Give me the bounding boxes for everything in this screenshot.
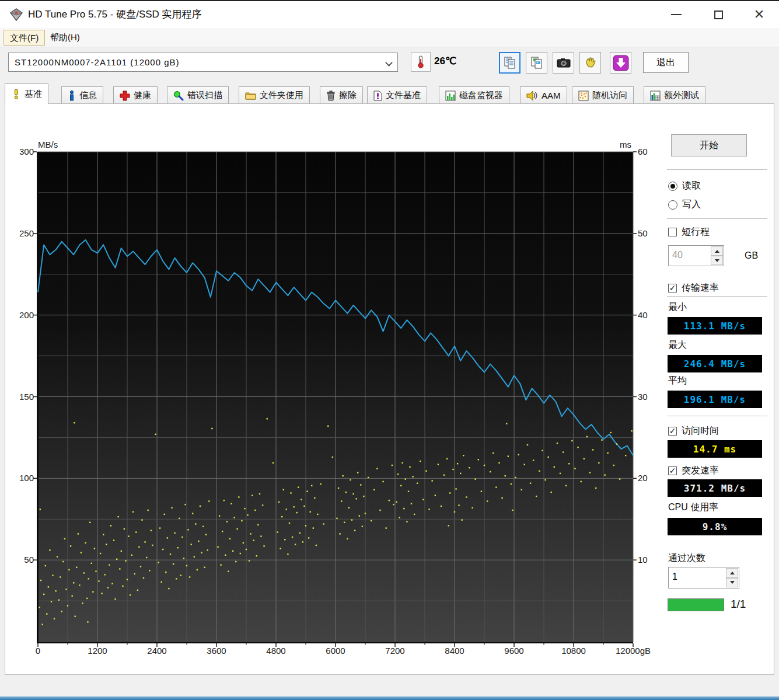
access-time-label: 访问时间 [682,425,719,437]
folder-icon [245,90,256,101]
menu-bar: 文件(F) 帮助(H) [0,28,779,47]
camera-icon [556,56,571,70]
app-icon [9,8,23,22]
axis-tick-label: 9600 [491,646,537,656]
tab-info[interactable]: 信息 [61,86,103,104]
axis-tick-label: 200 [7,310,34,320]
burst-rate-checkbox[interactable]: ✓ 突发速率 [668,465,719,477]
tab-error-scan[interactable]: 错误扫描 [167,86,229,104]
mode-read-label: 读取 [682,180,701,192]
stepper-up-button[interactable] [711,246,723,256]
axis-tick-label: 50 [638,228,648,238]
stepper-up-button[interactable] [726,568,738,578]
axis-tick-label: 3600 [193,646,240,656]
max-value-display: 246.4 MB/s [668,355,762,372]
axis-tick-label: 30 [638,392,648,402]
benchmark-chart [32,148,642,648]
magnifier-icon [173,90,184,101]
pass-count-value: 1 [672,572,677,582]
tab-disk-monitor[interactable]: 磁盘监视器 [439,86,509,104]
title-bar: HD Tune Pro 5.75 - 硬盘/SSD 实用程序 ✕ [0,1,779,28]
tab-label: AAM [542,90,561,100]
checkbox-checked-icon: ✓ [668,284,677,292]
donate-button[interactable] [579,52,601,74]
short-stroke-label: 短行程 [682,226,710,238]
pass-count-stepper[interactable]: 1 [668,567,739,588]
short-stroke-size-stepper[interactable]: 40 [668,245,724,266]
thermometer-icon [415,55,426,69]
mode-write-radio[interactable]: 写入 [668,198,701,211]
menu-help[interactable]: 帮助(H) [44,30,86,46]
axis-tick-label: 250 [7,228,34,238]
copy-image-button[interactable] [526,52,547,74]
exit-label: 退出 [656,57,675,69]
tab-file-benchmark[interactable]: 文件基准 [367,86,427,104]
tab-bar: 基准 信息 健康 错误扫描 文件夹使用 擦除 [0,83,779,104]
radio-selected-icon [668,182,677,191]
hd-tune-window: { "window": { "title": "HD Tune Pro 5.75… [0,0,779,700]
window-title: HD Tune Pro 5.75 - 硬盘/SSD 实用程序 [28,8,202,21]
exit-button[interactable]: 退出 [643,52,689,73]
tab-label: 健康 [134,90,151,101]
checkbox-checked-icon: ✓ [668,466,677,475]
tab-erase[interactable]: 擦除 [320,86,363,104]
burst-rate-display: 371.2 MB/s [668,479,762,497]
tab-label: 磁盘监视器 [459,90,503,101]
temperature-button[interactable] [411,52,431,72]
mode-write-label: 写入 [682,198,701,211]
maximize-icon [714,11,723,19]
mode-read-radio[interactable]: 读取 [668,180,701,192]
tab-random-access[interactable]: 随机访问 [572,86,634,104]
tab-aam[interactable]: AAM [520,86,567,104]
tab-label: 基准 [25,89,42,100]
health-icon [120,90,130,101]
tab-label: 擦除 [339,90,357,101]
save-button[interactable] [610,52,631,74]
tab-benchmark[interactable]: 基准 [5,83,48,104]
axis-tick-label: 50 [7,555,34,565]
start-button[interactable]: 开始 [671,134,747,156]
bottom-accent-bar [0,696,779,700]
axis-tick-label: 100 [7,473,34,483]
axis-tick-label: 300 [7,147,34,156]
copy-image-icon [530,56,544,70]
copy-report-button[interactable] [499,52,521,74]
progress-bar [668,598,724,611]
access-time-display: 14.7 ms [668,440,762,458]
drive-select-combobox[interactable]: ST12000NM0007-2A1101 (12000 gB) [8,53,398,72]
min-value-display: 113.1 MB/s [668,317,762,335]
minimize-button[interactable] [659,1,693,28]
bar-chart-icon [445,90,456,101]
tab-extra-tests[interactable]: 额外测试 [644,86,705,104]
tab-health[interactable]: 健康 [113,86,158,104]
short-stroke-checkbox[interactable]: 短行程 [668,226,710,238]
benchmark-icon [11,89,21,99]
divider [667,169,767,170]
tab-label: 随机访问 [592,90,627,101]
axis-tick-label: 8400 [431,646,478,656]
stepper-down-button[interactable] [711,256,723,265]
stepper-down-button[interactable] [726,578,738,588]
axis-tick-label: 40 [638,310,648,320]
menu-file[interactable]: 文件(F) [4,30,45,46]
axis-tick-label: 6000 [312,646,359,656]
tab-label: 文件夹使用 [260,90,303,101]
maximize-button[interactable] [701,1,735,28]
arrow-down-icon [715,259,719,262]
access-time-checkbox[interactable]: ✓ 访问时间 [668,425,719,437]
download-arrow-icon [612,54,630,72]
axis-tick-label: 2400 [134,646,180,656]
drive-select-value: ST12000NM0007-2A1101 (12000 gB) [15,57,180,67]
pass-count-label: 通过次数 [668,552,705,565]
transfer-rate-checkbox[interactable]: ✓ 传输速率 [668,282,719,294]
tab-label: 文件基准 [386,90,421,101]
tab-folder-usage[interactable]: 文件夹使用 [239,86,310,104]
min-label: 最小 [668,301,687,314]
axis-tick-label: 7200 [372,646,418,656]
arrow-up-icon [730,572,735,574]
close-icon: ✕ [754,8,764,21]
avg-value-display: 196.1 MB/s [668,391,762,408]
short-stroke-size-value: 40 [672,250,683,260]
screenshot-button[interactable] [553,52,574,74]
close-button[interactable]: ✕ [742,1,776,28]
